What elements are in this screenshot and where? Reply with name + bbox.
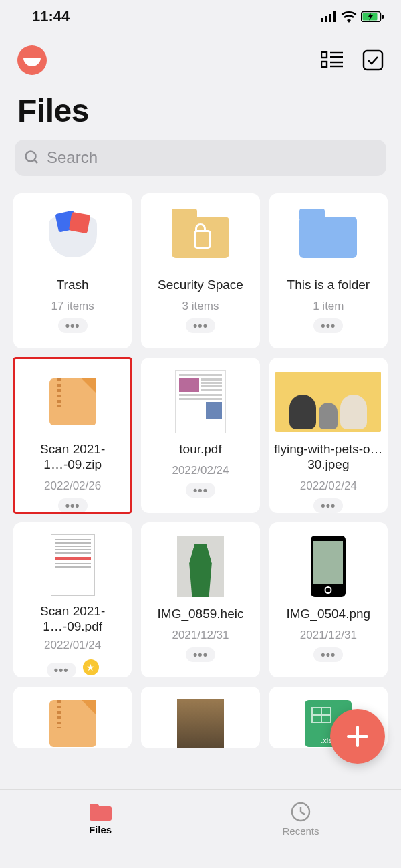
folder-icon (88, 802, 112, 821)
battery-charging-icon (361, 11, 384, 22)
file-subtitle: 2021/12/31 (300, 629, 357, 642)
more-button[interactable]: ••• (313, 318, 343, 333)
file-tile[interactable] (141, 687, 259, 748)
more-button[interactable]: ••• (58, 498, 88, 513)
svg-rect-0 (321, 18, 323, 22)
file-subtitle: 2021/12/31 (172, 629, 229, 642)
video-thumbnail (177, 699, 224, 748)
pdf-thumbnail (175, 370, 226, 433)
document-thumbnail (51, 534, 95, 596)
file-subtitle: 2022/01/24 (44, 639, 101, 652)
file-subtitle: 2022/02/24 (172, 464, 229, 477)
file-tile[interactable]: flying-with-pets-o…30.jpeg2022/02/24••• (269, 358, 388, 513)
image-thumbnail (177, 536, 224, 597)
svg-line-15 (35, 160, 38, 164)
svg-rect-10 (321, 62, 327, 67)
image-thumbnail (275, 372, 381, 432)
file-title: This is a folder (283, 278, 374, 293)
svg-rect-7 (321, 52, 327, 58)
svg-rect-3 (333, 11, 336, 22)
svg-rect-13 (364, 51, 382, 70)
file-tile[interactable]: Trash17 items••• (13, 193, 132, 348)
file-subtitle: 3 items (182, 300, 219, 313)
file-title: tour.pdf (175, 442, 225, 457)
search-icon (24, 150, 40, 166)
file-subtitle: 2022/02/24 (300, 479, 357, 493)
status-indicators (321, 11, 384, 23)
svg-rect-6 (382, 15, 384, 19)
search-placeholder: Search (47, 148, 98, 167)
file-title: Scan 2021-1…-09.pdf (13, 604, 132, 632)
file-subtitle: 1 item (313, 300, 344, 313)
more-button[interactable]: ••• (186, 483, 215, 498)
image-thumbnail (311, 536, 346, 597)
file-subtitle: 17 items (51, 300, 94, 313)
more-button[interactable]: ••• (186, 318, 215, 333)
nav-recents[interactable]: Recents (200, 790, 401, 848)
file-tile[interactable]: Scan 2021-1…-09.pdf2022/01/24•••★ (13, 522, 132, 677)
svg-rect-1 (325, 16, 327, 22)
status-bar: 11:44 (0, 0, 401, 33)
svg-point-14 (26, 152, 36, 162)
file-tile[interactable]: Security Space3 items••• (141, 193, 259, 348)
more-button[interactable]: ••• (47, 663, 76, 677)
app-logo[interactable] (17, 45, 47, 75)
nav-files[interactable]: Files (0, 790, 200, 848)
file-tile[interactable]: IMG_0504.png2021/12/31••• (269, 522, 388, 677)
page-title: Files (0, 80, 401, 140)
add-button[interactable] (330, 709, 385, 764)
file-title: Trash (53, 278, 93, 293)
clock-icon (290, 801, 311, 823)
search-input[interactable]: Search (15, 140, 386, 176)
file-subtitle: 2022/02/26 (44, 479, 101, 493)
nav-files-label: Files (89, 824, 112, 835)
plus-icon (344, 723, 371, 750)
more-button[interactable]: ••• (58, 318, 88, 333)
star-icon: ★ (83, 659, 99, 675)
file-title: IMG_0859.heic (154, 607, 248, 622)
file-tile[interactable]: IMG_0859.heic2021/12/31••• (141, 522, 259, 677)
wifi-icon (341, 11, 357, 23)
file-title: IMG_0504.png (282, 607, 374, 622)
select-mode-icon[interactable] (362, 49, 384, 71)
file-tile[interactable] (13, 687, 132, 748)
bottom-nav: Files Recents (0, 789, 401, 848)
file-title: Security Space (154, 278, 247, 293)
cellular-icon (321, 11, 337, 22)
zip-file-icon (49, 378, 96, 425)
list-view-icon[interactable] (321, 51, 344, 69)
file-grid: Trash17 items•••Security Space3 items•••… (0, 176, 401, 748)
more-button[interactable]: ••• (186, 647, 215, 662)
trash-icon (49, 217, 97, 257)
top-actions (0, 33, 401, 80)
zip-file-icon (49, 700, 96, 747)
file-tile[interactable]: This is a folder1 item••• (269, 193, 388, 348)
file-tile[interactable]: Scan 2021-1…-09.zip2022/02/26••• (13, 358, 132, 513)
svg-rect-2 (329, 14, 331, 22)
folder-icon (299, 217, 357, 258)
file-title: Scan 2021-1…-09.zip (13, 442, 132, 473)
nav-recents-label: Recents (282, 825, 319, 837)
more-button[interactable]: ••• (313, 647, 343, 662)
file-title: flying-with-pets-o…30.jpeg (269, 442, 388, 473)
locked-folder-icon (172, 217, 229, 258)
status-time: 11:44 (32, 8, 70, 25)
file-tile[interactable]: tour.pdf2022/02/24••• (141, 358, 259, 513)
more-button[interactable]: ••• (313, 498, 343, 513)
